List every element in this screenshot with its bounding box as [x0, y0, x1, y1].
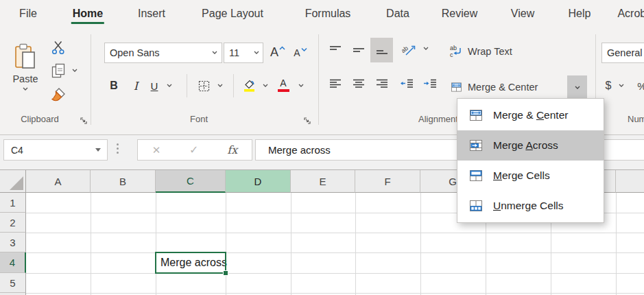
row-header-4[interactable]: 4	[0, 252, 26, 273]
column-header-D[interactable]: D	[226, 170, 291, 193]
align-right-button[interactable]	[370, 71, 393, 96]
percent-glyph: %	[637, 80, 644, 92]
align-center-button[interactable]	[347, 71, 370, 96]
tab-page-layout[interactable]: Page Layout	[202, 8, 263, 20]
menu-item-label: Unmerge Cells	[493, 200, 564, 212]
cut-button[interactable]	[48, 38, 69, 56]
italic-button[interactable]: I	[128, 74, 144, 97]
formula-buttons: ✕ ✓ fx	[137, 139, 252, 161]
font-color-glyph: A	[280, 78, 286, 88]
merge-center-chevron-icon	[575, 86, 580, 90]
bottom-align-button[interactable]	[370, 38, 393, 62]
enter-button[interactable]: ✓	[189, 143, 198, 156]
underline-button[interactable]: U	[145, 74, 163, 97]
middle-align-button[interactable]	[347, 38, 370, 62]
percent-style-button[interactable]: %	[635, 74, 644, 97]
number-group-label: Number	[628, 114, 644, 124]
menu-item-merge-center[interactable]: Merge & Center	[457, 100, 604, 130]
fill-color-button[interactable]	[239, 73, 259, 97]
row-header-5[interactable]: 5	[0, 273, 26, 293]
tab-review[interactable]: Review	[442, 8, 477, 20]
paste-button[interactable]: Paste	[5, 36, 45, 99]
number-format-combo[interactable]: General	[601, 43, 644, 63]
fill-color-icon	[242, 78, 257, 93]
menu-item-unmerge-cells[interactable]: Unmerge Cells	[457, 191, 604, 221]
formula-bar-splitter[interactable]	[117, 143, 119, 154]
font-color-chevron-icon[interactable]	[296, 81, 306, 91]
italic-glyph: I	[134, 80, 138, 93]
font-name-combo[interactable]: Open Sans	[104, 43, 222, 63]
unmerge-cells-icon	[468, 198, 484, 213]
select-all-triangle-icon	[10, 176, 23, 190]
tab-file[interactable]: File	[19, 8, 37, 20]
bold-button[interactable]: B	[104, 74, 123, 97]
format-painter-button[interactable]	[48, 85, 69, 104]
font-size-chevron-icon[interactable]	[254, 51, 259, 55]
borders-chevron-icon[interactable]	[215, 81, 225, 91]
align-left-button[interactable]	[324, 71, 346, 96]
insert-function-button[interactable]: fx	[227, 143, 237, 156]
excel-window: File Home Insert Page Layout Formulas Da…	[0, 0, 644, 295]
wrap-text-label: Wrap Text	[468, 46, 512, 57]
row-header-1[interactable]: 1	[0, 193, 26, 213]
paste-dropdown-chevron-icon[interactable]	[23, 87, 28, 91]
menu-item-merge-cells[interactable]: Merge Cells	[457, 161, 604, 191]
menu-item-merge-across[interactable]: Merge Across	[457, 130, 604, 161]
column-header-A[interactable]: A	[26, 170, 91, 193]
merge-center-icon	[468, 108, 484, 123]
accounting-chevron-icon[interactable]	[617, 81, 626, 91]
font-color-swatch	[278, 89, 289, 92]
cancel-button[interactable]: ✕	[152, 144, 161, 156]
accounting-format-button[interactable]: $	[601, 74, 615, 97]
decrease-font-size-button[interactable]: A	[291, 43, 310, 63]
tab-insert[interactable]: Insert	[138, 8, 165, 20]
tab-formulas[interactable]: Formulas	[305, 8, 351, 20]
font-color-button[interactable]: A	[273, 73, 294, 97]
font-name-chevron-icon[interactable]	[212, 51, 217, 55]
orientation-chevron-icon[interactable]	[421, 44, 431, 54]
formula-value: Merge across	[256, 144, 331, 156]
font-dialog-launcher-icon[interactable]	[302, 115, 313, 126]
wrap-text-icon: ab c	[449, 45, 464, 58]
select-all-corner[interactable]	[0, 170, 26, 193]
wrap-text-button[interactable]: ab c Wrap Text	[449, 41, 512, 62]
fill-color-chevron-icon[interactable]	[261, 81, 270, 91]
svg-text:c: c	[450, 51, 453, 58]
tab-acrobat[interactable]: Acrobat	[617, 8, 644, 20]
column-header-F[interactable]: F	[355, 170, 420, 193]
row-header-2[interactable]: 2	[0, 213, 26, 233]
tab-data[interactable]: Data	[386, 8, 409, 20]
tab-help[interactable]: Help	[569, 8, 591, 20]
underline-chevron-icon[interactable]	[165, 81, 174, 91]
merge-center-dropdown-button[interactable]	[567, 75, 587, 100]
increase-font-size-button[interactable]: A	[267, 41, 288, 63]
svg-text:ab: ab	[450, 45, 457, 51]
orientation-button[interactable]: ab	[398, 38, 420, 62]
column-header-C[interactable]: C	[156, 170, 226, 193]
clipboard-dialog-launcher-icon[interactable]	[78, 115, 89, 126]
merge-dropdown-menu: Merge & Center Merge Across Merg	[457, 98, 604, 223]
orientation-icon: ab	[402, 43, 417, 57]
grow-font-glyph: A	[270, 45, 278, 60]
alignment-group-label: Alignment	[418, 114, 458, 124]
font-size-combo[interactable]: 11	[224, 43, 263, 63]
copy-dropdown-chevron-icon[interactable]	[70, 66, 80, 75]
column-header-J[interactable]	[616, 170, 644, 193]
name-box[interactable]: C4	[3, 139, 108, 161]
menu-item-label: Merge Across	[493, 139, 558, 152]
merge-center-button[interactable]: Merge & Center	[449, 75, 538, 99]
name-box-chevron-icon[interactable]	[95, 148, 101, 152]
column-header-B[interactable]: B	[91, 170, 156, 193]
tab-view[interactable]: View	[511, 8, 534, 20]
active-cell-selection[interactable]	[155, 252, 226, 274]
increase-indent-button[interactable]	[420, 71, 440, 96]
align-center-icon	[353, 78, 365, 89]
copy-button[interactable]	[48, 60, 69, 81]
row-header-3[interactable]: 3	[0, 233, 26, 252]
top-align-button[interactable]	[324, 38, 346, 62]
borders-button[interactable]	[193, 74, 214, 97]
decrease-indent-button[interactable]	[396, 71, 417, 96]
tab-home[interactable]: Home	[73, 8, 103, 20]
fill-handle[interactable]	[223, 270, 228, 276]
column-header-E[interactable]: E	[291, 170, 355, 193]
